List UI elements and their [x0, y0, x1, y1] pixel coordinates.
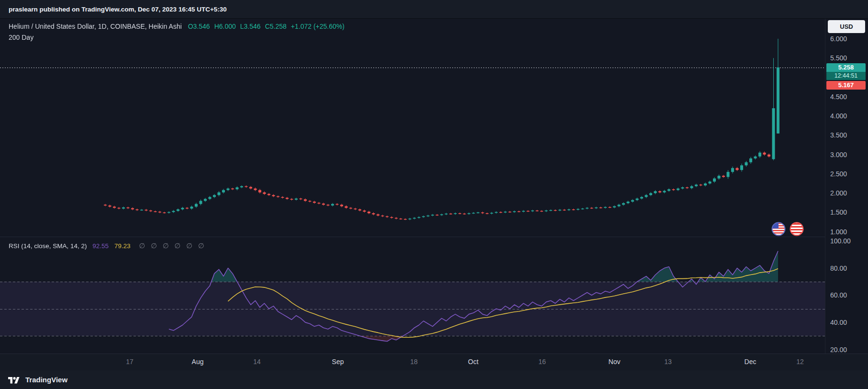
time-axis[interactable]: 17Aug14Sep18Oct16Nov13Dec12 — [0, 354, 868, 370]
time-label: 13 — [664, 354, 672, 370]
price-axis[interactable]: USD 5.258 12:44:51 5.167 6.0005.5004.500… — [825, 19, 868, 354]
tradingview-published-chart: praslearn published on TradingView.com, … — [0, 0, 868, 389]
last-price-badge: 5.258 12:44:51 — [826, 63, 866, 80]
time-label: Sep — [332, 354, 344, 370]
price-tick-label: 4.500 — [830, 93, 847, 101]
price-tick-label: 3.500 — [830, 131, 847, 139]
symbol-title: Helium / United States Dollar, 1D, COINB… — [9, 23, 182, 30]
rsi-value: 92.55 — [92, 242, 109, 250]
price-tick-label: 100.00 — [830, 237, 851, 245]
price-tick-label: 2.500 — [830, 170, 847, 178]
price-tick-label: 6.000 — [830, 35, 847, 43]
rsi-canvas[interactable] — [0, 237, 825, 354]
time-label: Aug — [192, 354, 204, 370]
ohlc-values: O3.546H6.000L3.546C5.258+1.072 (+25.60%) — [184, 23, 345, 30]
countdown-timer: 12:44:51 — [826, 72, 866, 80]
range-label: 200 Day — [9, 34, 33, 41]
event-flag-icon-1[interactable] — [771, 222, 786, 236]
rsi-sma-value: 79.23 — [114, 242, 131, 250]
rsi-pane: RSI (14, close, SMA, 14, 2) 92.55 79.23 … — [0, 237, 825, 354]
time-label: 18 — [410, 354, 418, 370]
price-tick-label: 5.500 — [830, 54, 847, 62]
footer-brand[interactable]: TradingView — [25, 376, 67, 384]
price-tick-label: 80.00 — [830, 264, 847, 272]
price-tick-label: 2.000 — [830, 189, 847, 197]
usd-button[interactable]: USD — [828, 20, 865, 33]
ohlc-open: O3.546 — [188, 23, 210, 30]
event-flag-icon-2[interactable] — [790, 222, 804, 236]
publish-text: praslearn published on TradingView.com, … — [9, 6, 227, 13]
time-label: Dec — [745, 354, 757, 370]
price-tick-label: 1.500 — [830, 208, 847, 216]
price-change: +1.072 (+25.60%) — [291, 23, 345, 30]
rsi-legend: RSI (14, close, SMA, 14, 2) 92.55 79.23 … — [9, 242, 204, 250]
rsi-empty-values: ∅ ∅ ∅ ∅ ∅ ∅ — [139, 242, 204, 250]
time-label: 14 — [253, 354, 261, 370]
rsi-title: RSI (14, close, SMA, 14, 2) — [9, 242, 87, 250]
time-label: 17 — [126, 354, 134, 370]
ohlc-close: C5.258 — [265, 23, 287, 30]
time-label: Nov — [609, 354, 621, 370]
tradingview-logo-icon — [7, 375, 21, 385]
time-label: Oct — [468, 354, 479, 370]
publish-bar: praslearn published on TradingView.com, … — [0, 0, 868, 19]
price-tick-label: 20.00 — [830, 346, 847, 354]
price-tick-label: 60.00 — [830, 291, 847, 299]
ohlc-high: H6.000 — [214, 23, 236, 30]
time-label: 16 — [538, 354, 546, 370]
price-tick-label: 40.00 — [830, 319, 847, 326]
footer-bar: TradingView — [0, 370, 868, 389]
price-tick-label: 3.000 — [830, 151, 847, 159]
ohlc-low: L3.546 — [240, 23, 261, 30]
price-tick-label: 4.000 — [830, 112, 847, 120]
main-price-pane: Helium / United States Dollar, 1D, COINB… — [0, 19, 825, 237]
last-price-value: 5.258 — [826, 63, 866, 72]
time-label: 12 — [796, 354, 804, 370]
chart-legend: Helium / United States Dollar, 1D, COINB… — [9, 23, 345, 30]
price-tick-label: 1.000 — [830, 228, 847, 236]
main-chart-canvas[interactable] — [0, 19, 825, 237]
prev-price-badge: 5.167 — [826, 81, 866, 90]
